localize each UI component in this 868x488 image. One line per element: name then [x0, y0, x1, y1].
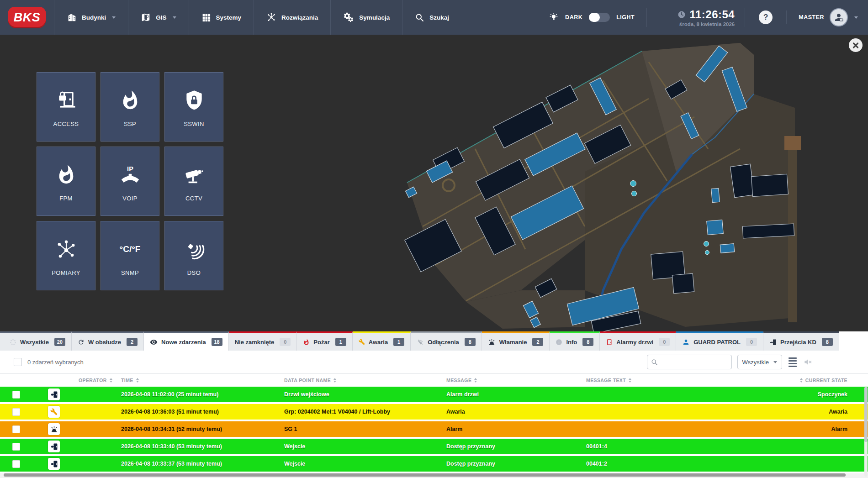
search-input[interactable]	[661, 358, 728, 366]
clock-date: środa, 8 kwietnia 2026	[679, 21, 735, 27]
tab-odlaczenia[interactable]: Odłączenia 8	[411, 331, 482, 351]
cell-message: Alarm drzwi	[446, 391, 586, 398]
tab-info[interactable]: Info 8	[550, 331, 600, 351]
table-row[interactable]: 2026-04-08 10:33:40 (53 minuty temu) Wej…	[0, 439, 868, 454]
cell-current-state: Spoczynek	[769, 391, 868, 398]
tab-count-badge: 0	[280, 338, 291, 346]
cell-message: Dostęp przyznany	[446, 443, 586, 450]
tab-pozar[interactable]: Pożar 1	[297, 331, 352, 351]
col-message-text[interactable]: MESSAGE TEXT	[586, 378, 769, 383]
scrollbar-thumb[interactable]	[864, 387, 868, 442]
tab-count-badge: 1	[393, 338, 404, 346]
door-key-icon	[48, 388, 60, 400]
tab-wlamanie[interactable]: Włamanie 2	[482, 331, 550, 351]
table-row[interactable]: 2026-04-08 10:33:37 (53 minuty temu) Wej…	[0, 456, 868, 472]
mute-icon[interactable]	[803, 357, 812, 367]
tab-alarmy-drzwi[interactable]: Alarmy drzwi 0	[600, 331, 676, 351]
tile-fpm[interactable]: FPM	[37, 147, 95, 216]
help-button[interactable]: ?	[759, 10, 773, 24]
tab-guard-patrol[interactable]: GUARD PATROL 0	[676, 331, 763, 351]
theme-switch[interactable]	[589, 13, 610, 22]
theme-toggle-group: DARK LIGHT	[549, 12, 646, 22]
tile-cctv[interactable]: CCTV	[164, 147, 223, 216]
row-checkbox[interactable]	[12, 443, 20, 451]
col-data-point-name[interactable]: DATA POINT NAME	[284, 378, 446, 383]
app-logo[interactable]: BKS	[0, 0, 54, 35]
sort-icon	[136, 378, 139, 383]
tab-count-badge: 0	[659, 338, 670, 346]
sort-icon	[110, 378, 112, 383]
row-checkbox[interactable]	[12, 391, 20, 399]
col-message[interactable]: MESSAGE	[446, 378, 586, 383]
vertical-scrollbar[interactable]	[864, 387, 868, 477]
search-icon	[651, 359, 658, 366]
col-operator[interactable]: OPERATOR	[32, 378, 121, 383]
tile-ssp[interactable]: SSP	[101, 72, 159, 142]
tab-label: Pożar	[313, 339, 329, 346]
search-box	[647, 355, 732, 369]
table-row[interactable]: 2026-04-08 10:34:31 (52 minuty temu) SG …	[0, 421, 868, 437]
tile-pomiary[interactable]: POMIARY	[37, 221, 95, 290]
sort-icon	[333, 378, 336, 383]
tile-snmp[interactable]: °C/°F SNMP	[101, 221, 159, 290]
tab-count-badge: 2	[532, 338, 543, 346]
filter-controls: Wszystkie	[647, 355, 813, 369]
tile-dso[interactable]: DSO	[164, 221, 223, 290]
nav-item-rozwiazania[interactable]: Rozwiązania	[254, 0, 330, 35]
tile-label: POMIARY	[52, 269, 80, 276]
sort-icon	[800, 378, 803, 383]
light-label: LIGHT	[616, 14, 635, 21]
col-time[interactable]: TIME	[121, 378, 284, 383]
row-checkbox[interactable]	[12, 460, 20, 468]
door-alarm-icon	[606, 339, 613, 346]
horizontal-scrollbar[interactable]	[0, 473, 868, 478]
nav-item-symulacja[interactable]: Symulacja	[330, 0, 402, 35]
select-all-checkbox[interactable]	[14, 358, 22, 366]
tab-nowe-zdarzenia[interactable]: Nowe zdarzenia 18	[144, 331, 229, 351]
cell-message: Awaria	[446, 409, 586, 415]
tab-w-obsludze[interactable]: W obsłudze 2	[72, 331, 144, 351]
nav-item-szukaj[interactable]: Szukaj	[402, 0, 461, 35]
sort-icon	[474, 378, 477, 383]
map-icon	[141, 12, 151, 22]
switch-knob	[589, 13, 600, 22]
tab-count-badge: 20	[54, 338, 65, 346]
tile-access[interactable]: ACCESS	[37, 72, 95, 142]
col-current-state[interactable]: CURRENT STATE	[769, 378, 868, 383]
table-row[interactable]: 2026-04-08 11:02:00 (25 minut temu) Drzw…	[0, 387, 868, 402]
list-view-icon[interactable]	[788, 357, 798, 368]
tab-count-badge: 18	[212, 338, 222, 346]
dark-label: DARK	[565, 14, 582, 21]
row-checkbox[interactable]	[12, 425, 20, 433]
table-header: OPERATOR TIME DATA POINT NAME MESSAGE ME…	[0, 373, 868, 387]
nav-item-label: GIS	[156, 14, 166, 21]
top-nav: BKS Budynki GIS Systemy Rozwiązania Symu…	[0, 0, 868, 35]
table-row[interactable]: 2026-04-08 10:36:03 (51 minut temu) Grp:…	[0, 404, 868, 420]
event-tabs: Wszystkie 20 W obsłudze 2 Nowe zdarzenia…	[0, 331, 868, 351]
refresh-icon	[78, 339, 85, 346]
close-overlay-button[interactable]	[849, 38, 863, 52]
nav-item-label: Budynki	[82, 14, 106, 21]
footer-strip	[0, 478, 868, 485]
tab-nie-zamkniete[interactable]: Nie zamknięte 0	[229, 331, 297, 351]
tab-awaria[interactable]: Awaria 1	[353, 331, 411, 351]
nav-item-systemy[interactable]: Systemy	[189, 0, 254, 35]
help-wrap: ?	[745, 10, 787, 24]
tile-voip[interactable]: IP VOIP	[101, 147, 159, 216]
nav-item-budynki[interactable]: Budynki	[54, 0, 128, 35]
tile-sswin[interactable]: SSWIN	[164, 72, 223, 142]
cell-data-point: Wejscie	[284, 461, 446, 467]
tab-count-badge: 8	[465, 338, 476, 346]
tab-przejscia-kd[interactable]: Przejścia KD 8	[763, 331, 839, 351]
site-map[interactable]	[329, 35, 868, 331]
filter-type-select[interactable]: Wszystkie	[737, 355, 783, 369]
row-checkbox[interactable]	[12, 408, 20, 416]
person-icon	[682, 338, 690, 346]
tile-label: SNMP	[121, 269, 139, 276]
door-lock-icon	[54, 89, 78, 112]
tab-wszystkie[interactable]: Wszystkie 20	[4, 331, 72, 351]
scrollbar-thumb[interactable]	[4, 473, 846, 477]
user-menu[interactable]: MASTER	[787, 8, 868, 26]
nav-item-gis[interactable]: GIS	[128, 0, 188, 35]
filter-bar: 0 zdarzeń wybranych Wszystkie	[0, 351, 868, 373]
